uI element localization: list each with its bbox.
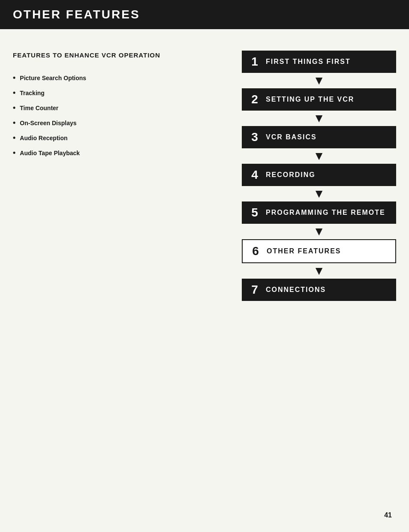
chapter-label: OTHER FEATURES xyxy=(267,247,341,256)
arrow-connector: ▼ xyxy=(313,73,325,88)
page-number: 41 xyxy=(384,511,392,519)
arrow-connector: ▼ xyxy=(313,263,325,279)
list-item: Audio Reception xyxy=(13,130,225,145)
chapter-item: 4RECORDING▼ xyxy=(242,164,396,201)
chapter-bar-1: 1FIRST THINGS FIRST xyxy=(242,51,396,73)
main-content: FEATURES TO ENHANCE VCR OPERATION Pictur… xyxy=(0,46,409,301)
chapter-number: 5 xyxy=(249,207,261,219)
list-item: Picture Search Options xyxy=(13,70,225,85)
chapter-bar-6: 6OTHER FEATURES xyxy=(242,239,396,263)
feature-list: Picture Search OptionsTrackingTime Count… xyxy=(13,70,225,160)
chapter-number: 1 xyxy=(249,56,261,68)
chapter-item: 1FIRST THINGS FIRST▼ xyxy=(242,51,396,88)
chapter-item: 3VCR BASICS▼ xyxy=(242,126,396,164)
list-item: Tracking xyxy=(13,85,225,100)
chapter-bar-2: 2SETTING UP THE VCR xyxy=(242,88,396,111)
arrow-connector: ▼ xyxy=(313,224,325,239)
chapter-label: FIRST THINGS FIRST xyxy=(266,57,351,66)
chapter-bar-7: 7CONNECTIONS xyxy=(242,279,396,301)
chapter-number: 7 xyxy=(249,284,261,296)
list-item: On-Screen Displays xyxy=(13,115,225,130)
chapter-number: 6 xyxy=(250,245,262,257)
page: OTHER FEATURES FEATURES TO ENHANCE VCR O… xyxy=(0,0,409,532)
chapter-bar-4: 4RECORDING xyxy=(242,164,396,186)
arrow-connector: ▼ xyxy=(313,111,325,126)
arrow-connector: ▼ xyxy=(313,148,325,164)
chapter-label: PROGRAMMING THE REMOTE xyxy=(266,208,385,217)
chapter-label: RECORDING xyxy=(266,171,316,180)
arrow-connector: ▼ xyxy=(313,186,325,201)
chapter-item: 2SETTING UP THE VCR▼ xyxy=(242,88,396,126)
chapter-item: 6OTHER FEATURES▼ xyxy=(242,239,396,279)
page-title: OTHER FEATURES xyxy=(13,8,140,21)
page-header: OTHER FEATURES xyxy=(0,0,409,29)
chapter-item: 5PROGRAMMING THE REMOTE▼ xyxy=(242,201,396,239)
chapter-bar-3: 3VCR BASICS xyxy=(242,126,396,148)
chapter-item: 7CONNECTIONS xyxy=(242,279,396,301)
section-title: FEATURES TO ENHANCE VCR OPERATION xyxy=(13,51,225,60)
chapter-number: 2 xyxy=(249,93,261,105)
chapter-label: CONNECTIONS xyxy=(266,286,326,295)
chapter-number: 4 xyxy=(249,169,261,181)
chapter-bar-5: 5PROGRAMMING THE REMOTE xyxy=(242,201,396,224)
chapter-label: VCR BASICS xyxy=(266,133,317,142)
left-column: FEATURES TO ENHANCE VCR OPERATION Pictur… xyxy=(13,46,225,301)
chapter-navigation: 1FIRST THINGS FIRST▼2SETTING UP THE VCR▼… xyxy=(242,46,396,301)
chapter-label: SETTING UP THE VCR xyxy=(266,95,354,104)
list-item: Audio Tape Playback xyxy=(13,145,225,160)
list-item: Time Counter xyxy=(13,100,225,115)
chapter-number: 3 xyxy=(249,131,261,143)
